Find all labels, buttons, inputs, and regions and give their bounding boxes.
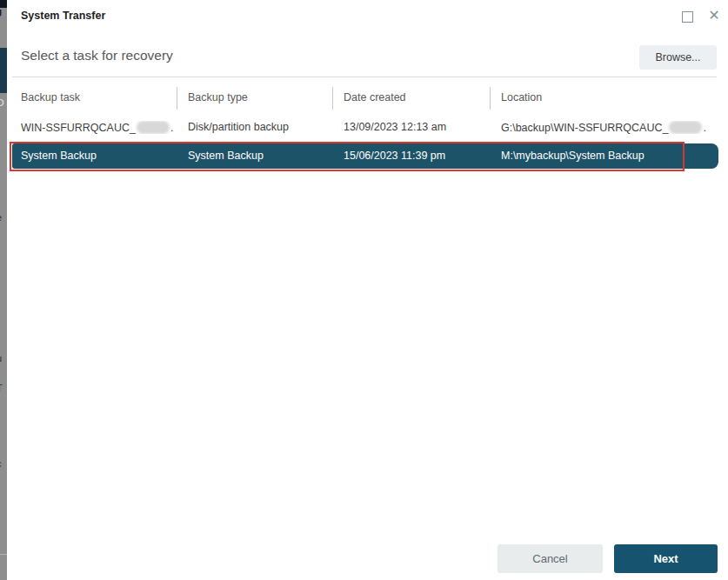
background-app-strip: J O e u T t c <box>0 0 7 580</box>
window-title: System Transfer <box>21 10 105 22</box>
table-row-selected[interactable]: System Backup System Backup 15/06/2023 1… <box>12 143 718 169</box>
background-dark-block <box>0 0 7 8</box>
maximize-button[interactable] <box>682 11 693 23</box>
page-title: Select a task for recovery <box>21 48 173 63</box>
divider <box>12 77 717 77</box>
column-header-location: Location <box>501 91 720 103</box>
date-created-cell: 15/06/2023 11:39 pm <box>344 143 487 169</box>
column-header-backup-task: Backup task <box>21 91 174 103</box>
clipped-text-fragment: J <box>0 8 7 18</box>
backup-task-cell: WIN-SSFURRQCAUC_ .. <box>21 121 174 134</box>
backup-type-cell: Disk/partition backup <box>188 121 330 133</box>
clipped-text-fragment: c <box>0 458 7 469</box>
date-created-cell: 13/09/2023 12:13 am <box>344 121 487 133</box>
column-separator <box>332 87 333 110</box>
location-period: . <box>703 122 705 134</box>
cancel-button[interactable]: Cancel <box>498 544 603 573</box>
location-cell: M:\mybackup\System Backup <box>501 143 718 169</box>
clipped-text-fragment: e <box>0 212 7 223</box>
close-icon: ✕ <box>708 8 719 23</box>
backup-task-cell: System Backup <box>21 143 174 169</box>
location-cell: G:\backup\WIN-SSFURRQCAUC_ . <box>501 121 720 134</box>
next-button[interactable]: Next <box>614 544 718 573</box>
background-navy-block <box>0 48 7 93</box>
browse-button[interactable]: Browse... <box>639 45 717 70</box>
backup-type-cell: System Backup <box>188 143 330 169</box>
system-transfer-dialog: System Transfer ✕ Select a task for reco… <box>7 0 728 580</box>
column-separator <box>490 87 491 110</box>
screen: J O e u T t c System Transfer ✕ Select a… <box>0 0 728 580</box>
clipped-text-fragment: u <box>0 353 7 363</box>
redaction-blur <box>669 121 702 134</box>
clipped-text-fragment: T <box>0 383 7 393</box>
location-text: G:\backup\WIN-SSFURRQCAUC_ <box>501 122 668 134</box>
column-header-backup-type: Backup type <box>188 91 330 103</box>
backup-task-ellipsis: .. <box>170 122 174 134</box>
backup-task-text: WIN-SSFURRQCAUC_ <box>21 122 136 134</box>
column-header-date-created: Date created <box>344 91 487 103</box>
background-divider <box>0 554 7 555</box>
clipped-text-fragment: t <box>0 421 7 431</box>
column-separator <box>177 87 177 110</box>
close-button[interactable]: ✕ <box>706 7 722 24</box>
redaction-blur <box>137 121 170 134</box>
clipped-text-fragment: O <box>0 97 7 108</box>
